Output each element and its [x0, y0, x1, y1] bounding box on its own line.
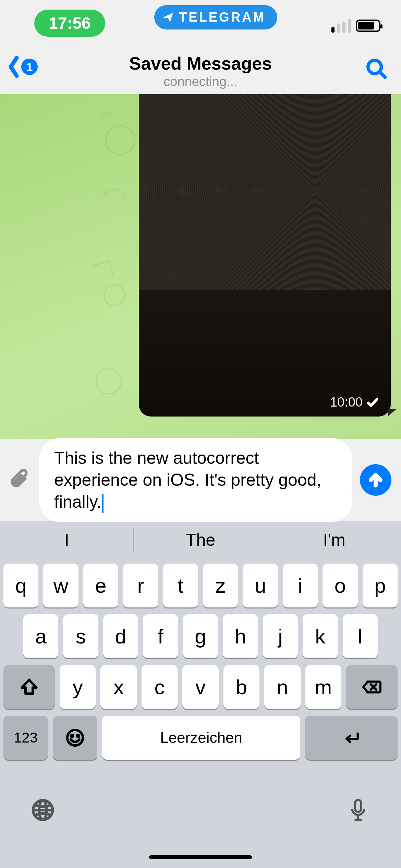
status-notification-pill[interactable]: TELEGRAM	[154, 5, 277, 29]
chat-header: 1 Saved Messages connecting...	[0, 48, 401, 94]
key-k[interactable]: k	[303, 614, 338, 658]
svg-rect-19	[355, 800, 361, 812]
status-bar: 17:56 TELEGRAM	[0, 0, 401, 48]
status-time-pill: 17:56	[34, 10, 105, 37]
check-icon	[366, 396, 379, 409]
key-v[interactable]: v	[182, 665, 218, 709]
key-m[interactable]: m	[305, 665, 341, 709]
suggestion-0[interactable]: I	[0, 521, 134, 559]
keyboard: q w e r t z u i o p a s d f g h j k l y …	[0, 559, 401, 782]
message-input[interactable]: This is the new autocorrect experience o…	[39, 438, 352, 522]
home-indicator[interactable]	[149, 855, 252, 859]
key-o[interactable]: o	[323, 564, 357, 607]
globe-icon	[31, 798, 55, 822]
text-cursor	[102, 494, 104, 513]
key-numbers[interactable]: 123	[3, 716, 48, 760]
key-z[interactable]: z	[203, 564, 238, 607]
keyboard-suggestions: I The I'm	[0, 521, 401, 559]
suggestion-2[interactable]: I'm	[267, 521, 401, 559]
key-j[interactable]: j	[263, 614, 298, 658]
keyboard-row-2: a s d f g h j k l	[3, 614, 398, 658]
back-unread-badge: 1	[21, 59, 38, 75]
svg-point-13	[67, 730, 83, 746]
key-backspace[interactable]	[346, 665, 398, 709]
battery-icon	[356, 20, 380, 32]
suggestion-1[interactable]: The	[134, 521, 267, 559]
keyboard-bottom-bar	[0, 782, 401, 868]
key-x[interactable]: x	[100, 665, 136, 709]
backspace-icon	[362, 677, 381, 697]
paperclip-icon	[10, 468, 32, 490]
key-y[interactable]: y	[60, 665, 96, 709]
message-time-text: 10:00	[330, 395, 363, 410]
svg-point-2	[106, 126, 135, 155]
key-p[interactable]: p	[363, 564, 398, 607]
arrow-up-icon	[367, 472, 384, 488]
microphone-icon	[346, 798, 370, 822]
key-space[interactable]: Leerzeichen	[102, 716, 300, 760]
key-f[interactable]: f	[143, 614, 178, 658]
key-l[interactable]: l	[343, 614, 378, 658]
cellular-signal-icon	[331, 19, 351, 33]
shift-icon	[20, 677, 39, 697]
key-s[interactable]: s	[63, 614, 98, 658]
key-b[interactable]: b	[223, 665, 259, 709]
key-return[interactable]	[305, 716, 398, 760]
key-r[interactable]: r	[123, 564, 158, 607]
send-button[interactable]	[360, 464, 391, 496]
key-emoji[interactable]	[53, 716, 97, 760]
paper-plane-icon	[162, 11, 174, 24]
key-c[interactable]: c	[142, 665, 178, 709]
search-icon	[366, 58, 387, 80]
svg-point-0	[368, 60, 381, 74]
chevron-left-icon	[7, 55, 21, 79]
attach-button[interactable]	[10, 468, 32, 492]
svg-point-4	[104, 285, 125, 305]
status-notification-label: TELEGRAM	[179, 10, 266, 25]
key-t[interactable]: t	[163, 564, 198, 607]
keyboard-row-3: y x c v b n m	[3, 665, 398, 709]
message-image-bubble[interactable]: 10:00	[139, 94, 391, 417]
chat-area[interactable]: 10:00	[0, 94, 401, 439]
key-u[interactable]: u	[243, 564, 278, 607]
key-q[interactable]: q	[3, 564, 38, 607]
chat-subtitle: connecting...	[163, 74, 237, 89]
back-button[interactable]: 1	[7, 55, 38, 79]
key-a[interactable]: a	[23, 614, 58, 658]
key-d[interactable]: d	[103, 614, 138, 658]
dictation-button[interactable]	[346, 798, 370, 823]
keyboard-row-4: 123 Leerzeichen	[3, 716, 398, 760]
message-input-text: This is the new autocorrect experience o…	[54, 448, 321, 511]
svg-point-14	[71, 735, 73, 737]
svg-point-15	[77, 735, 79, 737]
svg-line-1	[380, 72, 386, 78]
status-right-group	[331, 19, 380, 33]
chat-title[interactable]: Saved Messages	[129, 53, 272, 74]
key-shift[interactable]	[3, 665, 55, 709]
message-timestamp: 10:00	[330, 395, 379, 410]
smile-icon	[65, 728, 85, 747]
key-h[interactable]: h	[223, 614, 258, 658]
key-g[interactable]: g	[183, 614, 218, 658]
search-button[interactable]	[366, 58, 387, 81]
key-e[interactable]: e	[83, 564, 118, 607]
compose-bar: This is the new autocorrect experience o…	[0, 439, 401, 521]
key-n[interactable]: n	[264, 665, 300, 709]
keyboard-row-1: q w e r t z u i o p	[3, 564, 398, 607]
return-icon	[342, 728, 361, 747]
key-i[interactable]: i	[283, 564, 318, 607]
keyboard-switch-button[interactable]	[31, 798, 55, 823]
svg-point-5	[96, 369, 121, 394]
key-w[interactable]: w	[43, 564, 78, 607]
